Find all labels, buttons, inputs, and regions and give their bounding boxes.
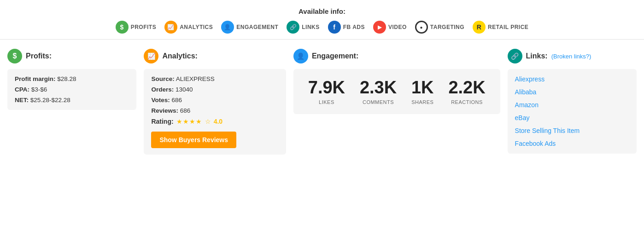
reviews-value: 686 xyxy=(180,107,191,114)
stars-icon: ★★★★ xyxy=(176,118,202,125)
votes-label: Votes: xyxy=(151,97,170,104)
video-icon-label: VIDEO xyxy=(388,24,407,30)
source-row: Source: ALIEXPRESS xyxy=(151,75,278,82)
analytics-header: 📈 Analytics: xyxy=(144,49,286,63)
profits-title: Profits: xyxy=(26,52,52,60)
reviews-row: Reviews: 686 xyxy=(151,107,278,114)
orders-value: 13040 xyxy=(176,86,193,93)
profits-icon: $ xyxy=(116,21,129,34)
likes-stat: 7.9K LIKES xyxy=(308,78,345,105)
engagement-title: Engagement: xyxy=(312,52,358,60)
cpa-value: $3-$6 xyxy=(31,86,47,93)
links-header: 🔗 Links: (Broken links?) xyxy=(508,49,637,63)
net-row: NET: $25.28-$22.28 xyxy=(15,97,129,104)
rating-row: Rating: ★★★★ ☆ 4.0 xyxy=(151,118,278,125)
engagement-icon-label: ENGAGEMENT xyxy=(236,24,278,30)
analytics-title: Analytics: xyxy=(162,52,197,60)
link-ebay[interactable]: eBay xyxy=(515,114,629,121)
engagement-icon: 👤 xyxy=(221,21,234,34)
targeting-icon-label: TARGETING xyxy=(430,24,464,30)
shares-value: 1K xyxy=(411,78,434,98)
retailprice-icon: R xyxy=(473,21,486,34)
broken-links-label[interactable]: (Broken links?) xyxy=(551,53,591,60)
reactions-stat: 2.2K REACTIONS xyxy=(448,78,485,105)
links-section: 🔗 Links: (Broken links?) Aliexpress Alib… xyxy=(508,49,637,155)
engagement-card: 7.9K LIKES 2.3K COMMENTS 1K SHARES 2.2K … xyxy=(293,69,500,114)
comments-value: 2.3K xyxy=(360,78,397,98)
cpa-label: CPA: xyxy=(15,86,29,93)
profit-margin-label: Profit margin: xyxy=(15,75,56,82)
votes-row: Votes: 686 xyxy=(151,97,278,104)
icon-item-links[interactable]: 🔗 LINKS xyxy=(287,21,320,34)
orders-row: Orders: 13040 xyxy=(151,86,278,93)
profits-header: $ Profits: xyxy=(7,49,136,63)
shares-stat: 1K SHARES xyxy=(411,78,434,105)
links-section-icon: 🔗 xyxy=(508,49,522,63)
source-label: Source: xyxy=(151,75,174,82)
show-buyers-reviews-button[interactable]: Show Buyers Reviews xyxy=(151,132,236,148)
icon-item-video[interactable]: ▶ VIDEO xyxy=(373,21,407,34)
main-content: $ Profits: Profit margin: $28.28 CPA: $3… xyxy=(0,40,644,164)
engagement-section-icon: 👤 xyxy=(293,49,308,63)
available-info-title: Available info: xyxy=(0,7,644,15)
icon-item-profits[interactable]: $ PROFITS xyxy=(116,21,157,34)
icon-item-engagement[interactable]: 👤 ENGAGEMENT xyxy=(221,21,278,34)
links-icon-label: LINKS xyxy=(302,24,320,30)
link-facebook-ads[interactable]: Facebook Ads xyxy=(515,140,629,147)
link-store-selling[interactable]: Store Selling This Item xyxy=(515,127,629,134)
likes-value: 7.9K xyxy=(308,78,345,98)
engagement-header: 👤 Engagement: xyxy=(293,49,500,63)
link-alibaba[interactable]: Alibaba xyxy=(515,88,629,96)
link-aliexpress[interactable]: Aliexpress xyxy=(515,75,629,83)
rating-value: 4.0 xyxy=(214,118,222,125)
analytics-icon-label: ANALYTICS xyxy=(180,24,213,30)
orders-label: Orders: xyxy=(151,86,174,93)
reviews-label: Reviews: xyxy=(151,107,178,114)
links-title: Links: xyxy=(526,52,548,60)
link-amazon[interactable]: Amazon xyxy=(515,101,629,109)
comments-stat: 2.3K COMMENTS xyxy=(360,78,397,105)
icon-item-fbads[interactable]: f FB ADS xyxy=(328,21,365,34)
retailprice-icon-label: RETAIL PRICE xyxy=(488,24,528,30)
reactions-label: REACTIONS xyxy=(448,99,485,105)
shares-label: SHARES xyxy=(411,99,434,105)
net-value: $25.28-$22.28 xyxy=(30,97,70,104)
video-icon: ▶ xyxy=(373,21,386,34)
profit-margin-value: $28.28 xyxy=(57,75,76,82)
profits-icon-label: PROFITS xyxy=(131,24,157,30)
icon-item-retailprice[interactable]: R RETAIL PRICE xyxy=(473,21,528,34)
links-icon: 🔗 xyxy=(287,21,299,34)
analytics-section: 📈 Analytics: Source: ALIEXPRESS Orders: … xyxy=(144,49,286,155)
fbads-icon: f xyxy=(328,21,341,34)
cpa-row: CPA: $3-$6 xyxy=(15,86,129,93)
analytics-section-icon: 📈 xyxy=(144,49,158,63)
analytics-card: Source: ALIEXPRESS Orders: 13040 Votes: … xyxy=(144,69,286,155)
fbads-icon-label: FB ADS xyxy=(343,24,365,30)
comments-label: COMMENTS xyxy=(360,99,397,105)
rating-label: Rating: xyxy=(151,118,173,125)
votes-value: 686 xyxy=(171,97,182,104)
profits-section-icon: $ xyxy=(7,49,22,63)
engagement-section: 👤 Engagement: 7.9K LIKES 2.3K COMMENTS 1… xyxy=(293,49,500,155)
analytics-icon: 📈 xyxy=(164,21,177,34)
info-icons-row: $ PROFITS 📈 ANALYTICS 👤 ENGAGEMENT 🔗 LIN… xyxy=(0,21,644,34)
star-half-icon: ☆ xyxy=(205,118,211,125)
available-info-section: Available info: $ PROFITS 📈 ANALYTICS 👤 … xyxy=(0,0,644,40)
icon-item-targeting[interactable]: ● TARGETING xyxy=(415,21,464,34)
links-card: Aliexpress Alibaba Amazon eBay Store Sel… xyxy=(508,69,637,154)
reactions-value: 2.2K xyxy=(448,78,485,98)
targeting-icon: ● xyxy=(415,21,428,34)
likes-label: LIKES xyxy=(308,99,345,105)
profits-section: $ Profits: Profit margin: $28.28 CPA: $3… xyxy=(7,49,136,155)
icon-item-analytics[interactable]: 📈 ANALYTICS xyxy=(164,21,213,34)
source-value: ALIEXPRESS xyxy=(176,75,215,82)
profit-margin-row: Profit margin: $28.28 xyxy=(15,75,129,82)
profits-card: Profit margin: $28.28 CPA: $3-$6 NET: $2… xyxy=(7,69,136,110)
net-label: NET: xyxy=(15,97,29,104)
